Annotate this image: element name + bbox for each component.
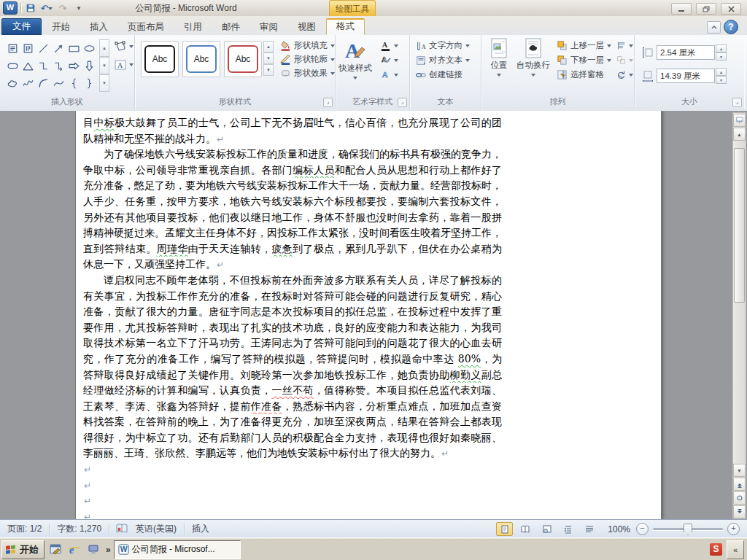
word-count[interactable]: 字数: 1,270 [55, 523, 103, 535]
tray-collapse-button[interactable]: « [727, 540, 744, 559]
document-line[interactable]: 经理做经济标的计算和编写，认真负责，一丝不苟，值得称赞。本项目拟任总监代表刘瑞、 [83, 383, 502, 399]
document-line[interactable]: 搏精神硬挺过来。孟耀文主任身体不好，因投标工作太紧张，没时间看医生咬着牙坚持工作… [83, 225, 502, 241]
draw-text-box-button[interactable]: A [112, 58, 136, 71]
send-backward-button[interactable]: 下移一层 [554, 53, 614, 67]
document-line[interactable]: 直到答辩结束。周瑾华由于天天连轴转，疲惫到了极点，累到几乎趴下，但伏在办公桌稍为 [83, 241, 502, 257]
dropdown-icon[interactable] [607, 44, 611, 50]
dropdown-icon[interactable] [394, 74, 398, 79]
shape-scribble-icon[interactable] [20, 74, 36, 92]
outline-view-button[interactable] [560, 522, 576, 536]
dropdown-icon[interactable] [629, 44, 633, 50]
vertical-scrollbar[interactable]: ▲ ▼ [732, 112, 746, 519]
height-decrease-button[interactable]: ▼ [716, 52, 727, 61]
shape-text-box-icon[interactable] [5, 39, 20, 57]
dropdown-icon[interactable] [330, 72, 335, 77]
shape-right-brace-icon[interactable] [82, 74, 97, 92]
shape-style-preset-2[interactable]: Abc [182, 41, 220, 77]
shape-curve-icon[interactable] [51, 74, 66, 92]
document-line[interactable]: 谭启权同志不顾年老体弱，不但投标前在外面奔波多方联系有关人员，详尽了解投标的 [83, 273, 502, 289]
shape-down-arrow-icon[interactable] [82, 57, 97, 74]
height-increase-button[interactable]: ▲ [716, 44, 727, 52]
restore-button[interactable] [696, 3, 716, 15]
shape-elbow-connector-icon[interactable] [36, 57, 51, 74]
scroll-down-button[interactable]: ▼ [733, 464, 746, 477]
document-line[interactable]: ↵ [83, 493, 502, 509]
text-outline-button[interactable]: A [378, 53, 400, 67]
print-layout-view-button[interactable] [496, 522, 513, 536]
shape-elbow-arrow-icon[interactable] [51, 57, 66, 74]
tab-文件[interactable]: 文件 [1, 18, 42, 35]
width-decrease-button[interactable]: ▼ [716, 76, 727, 84]
selection-pane-button[interactable]: 选择窗格 [554, 68, 614, 82]
shape-styles-dialog-launcher[interactable]: ⌟ [323, 98, 333, 107]
next-page-button[interactable] [733, 505, 746, 518]
document-line[interactable]: 争取中标，公司领导非常重视亲自抓。各部门编标人员和配合人员从思想和行动上都作好了 [83, 163, 502, 179]
zoom-slider-handle[interactable] [684, 524, 692, 535]
ruler-toggle-button[interactable] [733, 114, 746, 127]
tab-页面布局[interactable]: 页面布局 [118, 19, 174, 35]
tab-格式[interactable]: 格式 [326, 18, 365, 35]
document-line[interactable]: 得很好，为中标立了功。还有后勤部门人员的积极配合全力支持，表现得也很好如秦晓丽、 [83, 430, 502, 446]
shape-outline-button[interactable]: 形状轮廓 [278, 52, 337, 66]
help-button[interactable]: ? [724, 20, 738, 34]
taskbar-item-word[interactable]: W 公司简报 - Microsof... [114, 540, 241, 559]
document-line[interactable]: 要作用，尤其投标答辩时，表现出了扎实的技术功底，良好的应变能力和表达能力，为我司 [83, 320, 502, 336]
dropdown-icon[interactable] [394, 59, 398, 64]
text-effects-button[interactable]: A [378, 68, 400, 82]
zoom-slider-track[interactable] [653, 528, 723, 530]
shape-left-brace-icon[interactable] [66, 74, 82, 92]
dropdown-icon[interactable] [497, 74, 501, 79]
shape-fill-button[interactable]: 形状填充 [278, 39, 337, 52]
document-line[interactable]: 目中标极大鼓舞了员工的士气，公司上下无不扬眉吐气，信心百倍，也充分展现了公司的团 [83, 115, 502, 131]
zoom-level[interactable]: 100% [606, 524, 632, 534]
tab-插入[interactable]: 插入 [80, 19, 117, 35]
word-logo-icon[interactable]: W [3, 1, 18, 15]
align-text-button[interactable]: 对齐文本 [414, 53, 472, 67]
document-line[interactable]: 究，作了充分的准备工作，编写了答辩的模拟题，答辩提问时，模拟题命中率达 80%，… [83, 351, 502, 368]
dropdown-icon[interactable] [465, 59, 470, 64]
shape-right-arrow-icon[interactable] [66, 57, 82, 74]
shape-style-preset-1[interactable]: Abc [141, 41, 179, 77]
zoom-in-button[interactable]: + [727, 523, 740, 535]
close-button[interactable] [721, 3, 741, 15]
document-line[interactable]: 王素琴、李涛、张鑫为答辩好，提前作准备，熟悉标书内容，分析重点难点，加班加点查资 [83, 399, 502, 415]
document-line[interactable]: 准备，贡献了很大的力量。唐征宇同志是本次投标项目的拟任总监，在投标过程中发挥了重 [83, 304, 502, 320]
dropdown-icon[interactable] [330, 44, 335, 50]
wrap-text-button[interactable]: 自动换行 [515, 38, 551, 93]
page-indicator[interactable]: 页面: 1/2 [6, 523, 43, 535]
tab-审阅[interactable]: 审阅 [250, 19, 287, 35]
shape-arrow-icon[interactable] [51, 39, 66, 57]
rotate-objects-button[interactable] [614, 68, 635, 82]
document-line[interactable]: 队精神和无坚不摧的战斗力。↵ [83, 131, 502, 147]
shape-oval-icon[interactable] [82, 39, 97, 57]
quick-styles-button[interactable]: A 快速样式 [338, 38, 372, 93]
shape-effects-button[interactable]: 形状效果 [278, 66, 337, 80]
insert-mode-indicator[interactable]: 插入 [190, 523, 211, 535]
dropdown-icon[interactable] [353, 77, 357, 82]
shape-line-icon[interactable] [36, 39, 51, 57]
quick-launch-overflow-chevron[interactable]: » [106, 545, 111, 555]
bring-forward-button[interactable]: 上移一层 [554, 39, 614, 52]
document-line[interactable]: 充分准备，憋足了劲，要为地铁六号线安装标投标工作大干一场，贡献力量。经营部投标时… [83, 178, 502, 194]
dropdown-icon[interactable] [629, 74, 633, 79]
styles-more-button[interactable]: ▼̱ [263, 64, 274, 76]
width-increase-button[interactable]: ▲ [716, 68, 727, 76]
shape-arc-icon[interactable] [36, 74, 51, 92]
shape-width-input[interactable] [657, 69, 715, 83]
tab-引用[interactable]: 引用 [174, 19, 212, 35]
size-dialog-launcher[interactable]: ⌟ [732, 98, 742, 107]
document-line[interactable]: 另外还有其他项目要投标，他们夜以继日地工作，身体不舒服也没时间去拿药，靠着一股拼 [83, 210, 502, 226]
shape-height-input[interactable] [657, 45, 715, 60]
dropdown-icon[interactable] [394, 44, 398, 50]
document-line[interactable]: 取得技术标第一名立下了汗马功劳。王涛同志为了答辩可能问到的问题花了很大的心血去研 [83, 335, 502, 351]
dropdown-icon[interactable] [465, 44, 470, 50]
collapse-ribbon-button[interactable] [707, 21, 721, 34]
edit-shape-button[interactable] [112, 39, 136, 53]
tab-开始[interactable]: 开始 [42, 19, 80, 35]
web-layout-view-button[interactable] [538, 522, 555, 536]
document-line[interactable]: ↵ [83, 478, 502, 494]
document-line[interactable]: 有关事宜，为投标工作作充分的准备，在投标时对答辩可能会碰的问题进行反复研究，精心 [83, 289, 502, 305]
quick-launch-internet-explorer[interactable]: e [66, 542, 82, 558]
tab-邮件[interactable]: 邮件 [212, 19, 249, 35]
document-line[interactable]: 人手少、任务重，按甲方要求，地铁六号线安装标六个标段都要投，要编制六套投标文件， [83, 194, 502, 210]
